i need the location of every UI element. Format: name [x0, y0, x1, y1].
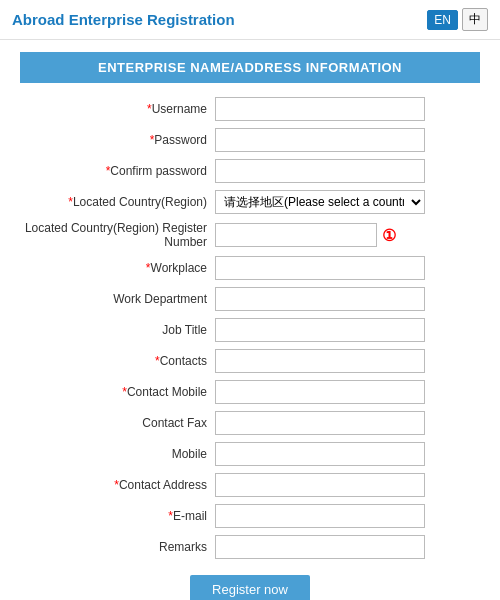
label-contact-address: *Contact Address [20, 478, 215, 492]
error-icon: ① [382, 226, 396, 245]
input-email[interactable] [215, 504, 425, 528]
form-row-work-department: Work Department [20, 287, 480, 311]
input-contact-address[interactable] [215, 473, 425, 497]
label-contact-fax: Contact Fax [20, 416, 215, 430]
form-row-contact-fax: Contact Fax [20, 411, 480, 435]
required-star: * [106, 164, 111, 178]
form-row-remarks: Remarks [20, 535, 480, 559]
required-star: * [150, 133, 155, 147]
label-workplace: *Workplace [20, 261, 215, 275]
label-register-number: Located Country(Region) Register Number [20, 221, 215, 249]
label-mobile: Mobile [20, 447, 215, 461]
label-country: *Located Country(Region) [20, 195, 215, 209]
label-contacts: *Contacts [20, 354, 215, 368]
main-container: ENTERPRISE NAME/ADDRESS INFORMATION *Use… [0, 40, 500, 600]
registration-form: *Username *Password *Confirm password *L… [20, 97, 480, 559]
label-work-department: Work Department [20, 292, 215, 306]
label-contact-mobile: *Contact Mobile [20, 385, 215, 399]
required-star: * [114, 478, 119, 492]
input-mobile[interactable] [215, 442, 425, 466]
form-row-contacts: *Contacts [20, 349, 480, 373]
page-title: Abroad Enterprise Registration [12, 11, 235, 28]
label-job-title: Job Title [20, 323, 215, 337]
required-star: * [68, 195, 73, 209]
form-row-username: *Username [20, 97, 480, 121]
label-email: *E-mail [20, 509, 215, 523]
lang-en-button[interactable]: EN [427, 10, 458, 30]
form-row-register-number: Located Country(Region) Register Number … [20, 221, 480, 249]
input-remarks[interactable] [215, 535, 425, 559]
form-row-contact-address: *Contact Address [20, 473, 480, 497]
required-star: * [155, 354, 160, 368]
input-register-number[interactable] [215, 223, 377, 247]
label-confirm-password: *Confirm password [20, 164, 215, 178]
page-header: Abroad Enterprise Registration EN 中 [0, 0, 500, 40]
required-star: * [146, 261, 151, 275]
form-row-country: *Located Country(Region) 请选择地区(Please se… [20, 190, 480, 214]
submit-row: Register now [20, 575, 480, 600]
input-password[interactable] [215, 128, 425, 152]
required-star: * [122, 385, 127, 399]
required-star: * [168, 509, 173, 523]
input-contact-fax[interactable] [215, 411, 425, 435]
section-header: ENTERPRISE NAME/ADDRESS INFORMATION [20, 52, 480, 83]
input-confirm-password[interactable] [215, 159, 425, 183]
input-job-title[interactable] [215, 318, 425, 342]
form-row-contact-mobile: *Contact Mobile [20, 380, 480, 404]
lang-zh-button[interactable]: 中 [462, 8, 488, 31]
form-row-password: *Password [20, 128, 480, 152]
form-row-confirm-password: *Confirm password [20, 159, 480, 183]
form-row-workplace: *Workplace [20, 256, 480, 280]
language-switcher: EN 中 [427, 8, 488, 31]
label-remarks: Remarks [20, 540, 215, 554]
input-contacts[interactable] [215, 349, 425, 373]
register-number-wrapper: ① [215, 223, 396, 247]
input-workplace[interactable] [215, 256, 425, 280]
label-password: *Password [20, 133, 215, 147]
label-username: *Username [20, 102, 215, 116]
form-row-job-title: Job Title [20, 318, 480, 342]
input-contact-mobile[interactable] [215, 380, 425, 404]
required-star: * [147, 102, 152, 116]
input-work-department[interactable] [215, 287, 425, 311]
form-row-email: *E-mail [20, 504, 480, 528]
input-username[interactable] [215, 97, 425, 121]
form-row-mobile: Mobile [20, 442, 480, 466]
register-now-button[interactable]: Register now [190, 575, 310, 600]
select-country[interactable]: 请选择地区(Please select a country) [215, 190, 425, 214]
